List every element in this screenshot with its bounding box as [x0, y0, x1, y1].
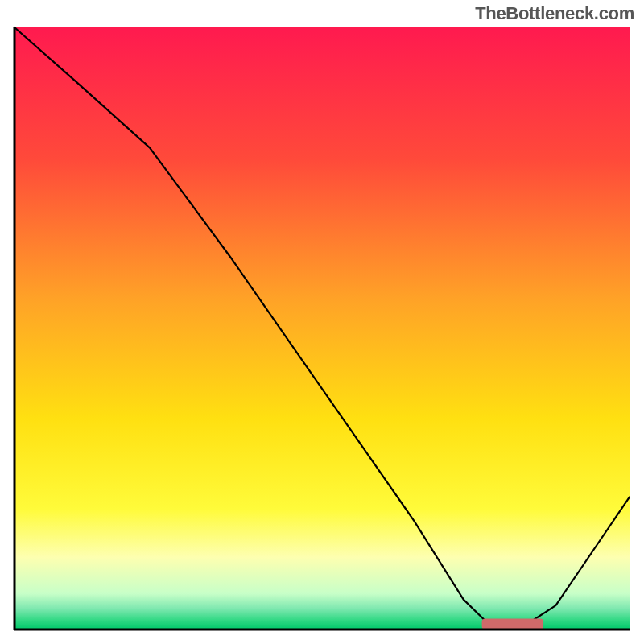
chart-svg — [13, 26, 631, 631]
plot-area — [13, 26, 631, 631]
chart-container: TheBottleneck.com — [0, 0, 644, 644]
attribution-text: TheBottleneck.com — [475, 3, 634, 24]
highlight-marker — [482, 619, 543, 630]
gradient-background — [14, 27, 630, 630]
